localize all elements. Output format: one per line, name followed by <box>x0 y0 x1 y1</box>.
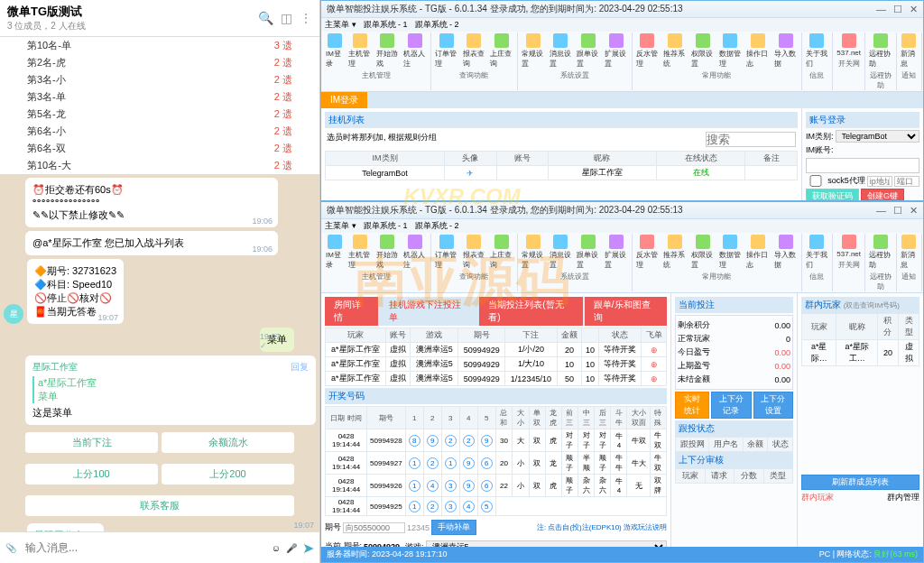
maximize-icon[interactable]: ☐ <box>893 205 902 217</box>
tool-im-login[interactable]: IM登录 <box>324 32 346 69</box>
tool-remote[interactable]: 远程协助 <box>867 32 894 69</box>
minimize-icon[interactable]: — <box>876 4 886 15</box>
status-bar: 服务器时间: 2023-04-28 19:17:10 PC | 网络状态: 良好… <box>321 547 923 562</box>
avatar-icon[interactable]: 星 <box>4 304 23 324</box>
tab-current[interactable]: 当期投注列表(暂无看) <box>479 297 583 326</box>
tool-host[interactable]: 主机管理 <box>346 32 374 69</box>
send-icon[interactable]: ➤ <box>302 540 314 557</box>
titlebar: 微单智能投注娱乐系统 - TG版 - 6.0.1.34 登录成功, 您的到期时间… <box>321 202 923 219</box>
tab-room[interactable]: 房间详情 <box>325 297 378 326</box>
tool-robot[interactable]: 机器人注 <box>402 32 429 69</box>
search-input[interactable] <box>706 132 796 147</box>
chat-input-area: 📎 ☺ 🎤 ➤ <box>0 531 319 563</box>
table-row[interactable]: 0428 19:14:44509949288922930大双虎对子对子对子牛4牛… <box>326 429 667 452</box>
socks5-checkbox[interactable] <box>806 175 826 187</box>
bet-table: 玩家账号游戏期号下注金额状态飞单 a*星际工作室虚拟澳洲幸运5509949291… <box>325 328 667 386</box>
balance-button[interactable]: 余额流水 <box>162 432 294 453</box>
ranking-list: 第10名-单3 遗 第2名-虎2 遗 第3名-小2 遗 第3名-单2 遗 第5名… <box>0 37 319 174</box>
message-input[interactable] <box>22 538 266 558</box>
table-row[interactable]: a*星际工作室虚拟澳洲幸运5509949291/小/202010等待开奖⊕ <box>326 343 667 357</box>
tool-about[interactable]: 关于我们 <box>804 32 831 69</box>
get-code-button[interactable]: 获取验证码 <box>806 189 859 200</box>
table-row[interactable]: a*星际工作室虚拟澳洲幸运5509949291/大/101010等待开奖⊕ <box>326 357 667 372</box>
tool-rebate[interactable]: 反水管理 <box>634 32 661 69</box>
tool-banker[interactable]: 上庄查询 <box>488 32 515 69</box>
table-row[interactable]: 0428 19:14:445099492512345 <box>326 497 667 516</box>
port-input[interactable] <box>894 176 919 187</box>
host-table: IM类别头像账号昵称在线状态备注 TelegramBot✈星际工作室在线 <box>325 151 798 180</box>
tool-msg-set[interactable]: 消息设置 <box>548 32 575 69</box>
tool-switch[interactable]: 537.net <box>835 32 863 58</box>
menu-main[interactable]: 主菜单 ▾ <box>325 19 356 31</box>
toolbar: IM登录 主机管理 开始游戏 机器人注 主机管理 订单管理 报表查询 上庄查询 … <box>321 233 923 293</box>
tool-auth[interactable]: 权限设置 <box>689 32 716 69</box>
maximize-icon[interactable]: ☐ <box>893 4 902 15</box>
tool-recommend[interactable]: 推荐系统 <box>661 32 688 69</box>
tool-import[interactable]: 导入数据 <box>772 32 799 69</box>
game-select[interactable]: 澳洲幸运5 <box>426 540 667 547</box>
group-table: 玩家昵称积分类型 a*星际…a*星际工…20虚拟 <box>801 313 919 366</box>
close-icon[interactable]: ✕ <box>910 205 918 217</box>
chat-panel: 微单TG版测试 3 位成员，2 人在线 🔍 ◫ ⋮ 第10名-单3 遗 第2名-… <box>0 0 320 563</box>
updown-set-button[interactable]: 上下分设置 <box>753 392 793 419</box>
search-icon[interactable]: 🔍 <box>258 11 273 25</box>
updown-record-button[interactable]: 上下分记录 <box>711 392 751 419</box>
tool-data[interactable]: 数据管理 <box>717 32 744 69</box>
refresh-members-button[interactable]: 刷新群成员列表 <box>801 475 919 490</box>
tool-ext-set[interactable]: 扩展设置 <box>603 32 630 69</box>
create-key-button[interactable]: 创建G键 <box>861 189 904 200</box>
im-type-select[interactable]: TelegramBot <box>836 130 920 143</box>
app-window-2: 微单智能投注娱乐系统 - TG版 - 6.0.1.34 登录成功, 您的到期时间… <box>320 201 924 563</box>
tab-bet-list[interactable]: 挂机游戏下注投注单 <box>380 297 477 326</box>
menu-follow1[interactable]: 跟单系统 - 1 <box>364 19 408 31</box>
topup-100-button[interactable]: 上分100 <box>25 464 158 485</box>
sidebar-icon[interactable]: ◫ <box>281 11 292 25</box>
chat-header: 微单TG版测试 3 位成员，2 人在线 🔍 ◫ ⋮ <box>0 0 319 37</box>
manual-fill-button[interactable]: 手动补单 <box>431 520 476 535</box>
right-panel: 微单智能投注娱乐系统 - TG版 - 6.0.1.34 登录成功, 您的到期时间… <box>320 0 924 563</box>
reply-card: 星际工作室回复 a*星际工作室 菜单 这是菜单 19:07 <box>25 355 316 425</box>
stats-sidebar: 当前投注 剩余积分0.00 正常玩家0 今日盈亏0.00 上期盈亏0.00 未结… <box>670 293 797 547</box>
bet-current-button[interactable]: 当前下注 <box>25 432 158 453</box>
toolbar: IM登录 主机管理 开始游戏 机器人注 主机管理 订单管理 报表查询 上庄查询 … <box>321 32 923 92</box>
list-header: 挂机列表 <box>325 112 798 128</box>
chat-message-own: 菜单 19:07 ✓ <box>260 328 294 352</box>
tab-im-login[interactable]: IM登录 <box>321 92 367 108</box>
contact-support-button[interactable]: 联系客服 <box>25 495 294 516</box>
table-row[interactable]: 0428 19:14:44509949261439622小双虎顺子杂六杂六牛4无… <box>326 475 667 497</box>
tab-follow-query[interactable]: 跟单/乐和图查询 <box>585 297 667 326</box>
tool-log[interactable]: 操作日志 <box>744 32 772 69</box>
period-input[interactable] <box>343 522 405 533</box>
tool-news[interactable]: 新消息 <box>899 32 919 69</box>
topup-200-button[interactable]: 上分200 <box>162 464 294 485</box>
realtime-stats-button[interactable]: 实时统计 <box>675 392 709 419</box>
titlebar: 微单智能投注娱乐系统 - TG版 - 6.0.1.34 登录成功, 您的到期时间… <box>321 1 923 18</box>
tool-normal-set[interactable]: 常规设置 <box>520 32 547 69</box>
table-row[interactable]: a*星际…a*星际工…20虚拟 <box>802 340 919 366</box>
tool-follow-set[interactable]: 跟单设置 <box>575 32 602 69</box>
table-row[interactable]: a*星际工作室虚拟澳洲幸运5509949291/12345/105010等待开奖… <box>326 372 667 386</box>
login-sidebar: 账号登录 IM类别:TelegramBot IM账号: sock5代理 获取验证… <box>801 108 923 200</box>
tool-order[interactable]: 订单管理 <box>433 32 460 69</box>
chat-title: 微单TG版测试 <box>7 4 86 20</box>
menu-follow2[interactable]: 跟单系统 - 2 <box>415 19 459 31</box>
app-window-1: 微单智能投注娱乐系统 - TG版 - 6.0.1.34 登录成功, 您的到期时间… <box>320 0 924 201</box>
ip-input[interactable] <box>867 176 892 187</box>
minimize-icon[interactable]: — <box>876 205 886 217</box>
emoji-icon[interactable]: ☺ <box>272 543 281 553</box>
table-row[interactable]: TelegramBot✈星际工作室在线 <box>326 166 798 180</box>
group-sidebar: 群内玩家 (双击查询IM号码) 玩家昵称积分类型 a*星际…a*星际工…20虚拟… <box>797 293 923 547</box>
chat-message: @a*星际工作室 您已加入战斗列表 19:06 <box>25 231 278 255</box>
im-account-input[interactable] <box>806 158 919 173</box>
tool-report[interactable]: 报表查询 <box>461 32 488 69</box>
chat-body[interactable]: ⏰拒交卷还有60s⏰ ᵒᵒᵒᵒᵒᵒᵒᵒᵒᵒᵒᵒᵒᵒᵒ ✎✎以下禁止修改✎✎ 19… <box>0 174 319 531</box>
chat-subtitle: 3 位成员，2 人在线 <box>7 20 86 32</box>
close-icon[interactable]: ✕ <box>910 4 918 15</box>
voice-icon[interactable]: 🎤 <box>286 543 297 553</box>
more-icon[interactable]: ⋮ <box>300 11 312 25</box>
attach-icon[interactable]: 📎 <box>5 543 16 553</box>
tool-start[interactable]: 开始游戏 <box>374 32 402 69</box>
chat-message: ⏰拒交卷还有60s⏰ ᵒᵒᵒᵒᵒᵒᵒᵒᵒᵒᵒᵒᵒᵒᵒ ✎✎以下禁止修改✎✎ 19… <box>25 178 278 227</box>
chat-message: 星际工作室 ᵒᵒᵒ成绩ᵒᵒᵒ 🧧当期无答卷 <box>27 523 104 531</box>
table-row[interactable]: 0428 19:14:44509949271219620小双龙顺子半顺顺子牛牛牛… <box>326 452 667 475</box>
